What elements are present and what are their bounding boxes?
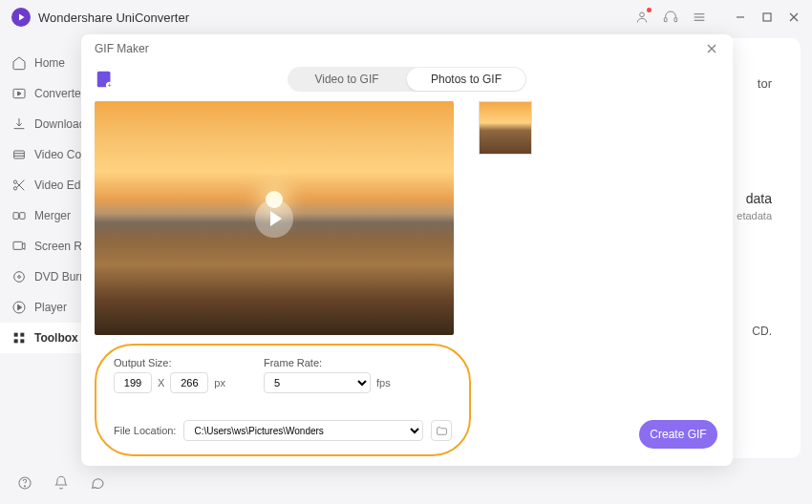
px-unit: px: [214, 377, 225, 388]
svg-text:+: +: [107, 81, 111, 90]
close-icon[interactable]: [704, 41, 719, 56]
minimize-button[interactable]: [734, 10, 747, 24]
converter-icon: [11, 86, 27, 101]
svg-rect-15: [20, 213, 25, 220]
content-hint: etadata: [737, 210, 772, 221]
svg-point-12: [13, 180, 16, 183]
svg-rect-1: [664, 18, 667, 22]
merger-icon: [11, 208, 27, 223]
create-gif-button[interactable]: Create GIF: [639, 420, 717, 449]
sidebar-label: Toolbox: [34, 331, 78, 345]
user-icon[interactable]: [634, 10, 650, 25]
titlebar: Wondershare UniConverter: [0, 0, 812, 34]
svg-point-17: [14, 272, 25, 283]
app-title: Wondershare UniConverter: [38, 10, 189, 25]
svg-rect-22: [14, 339, 18, 343]
sidebar-label: Video Editor: [34, 178, 81, 192]
headset-icon[interactable]: [663, 10, 678, 25]
tab-video-to-gif[interactable]: Video to GIF: [288, 67, 406, 92]
toolbox-icon: [11, 330, 27, 346]
options-panel: Output Size: X px Frame Rate: 5 fps File…: [95, 344, 471, 456]
sidebar-item-downloader[interactable]: Downloader: [0, 109, 81, 139]
svg-rect-21: [20, 333, 24, 337]
maximize-button[interactable]: [760, 10, 774, 24]
svg-rect-7: [763, 13, 771, 21]
play-button[interactable]: [255, 200, 293, 238]
sidebar-item-toolbox[interactable]: Toolbox: [0, 323, 81, 353]
svg-rect-23: [20, 339, 24, 343]
scissors-icon: [11, 178, 27, 193]
sidebar-label: Home: [34, 56, 65, 70]
width-input[interactable]: [114, 372, 152, 393]
sidebar-label: DVD Burner: [34, 270, 81, 284]
svg-rect-2: [674, 18, 677, 22]
import-icon[interactable]: +: [95, 69, 116, 90]
preview-thumbnail[interactable]: [479, 101, 532, 155]
sidebar-item-video-editor[interactable]: Video Editor: [0, 170, 81, 200]
help-icon[interactable]: [17, 475, 32, 491]
home-icon: [11, 55, 27, 71]
sidebar-label: Downloader: [34, 117, 81, 131]
content-hint: CD.: [752, 325, 772, 338]
frame-rate-select[interactable]: 5: [264, 372, 371, 393]
svg-rect-14: [13, 213, 18, 220]
sidebar-label: Converter: [34, 87, 81, 100]
tab-photos-to-gif[interactable]: Photos to GIF: [407, 68, 525, 91]
file-location-label: File Location:: [114, 425, 176, 436]
fps-unit: fps: [376, 377, 391, 388]
menu-icon[interactable]: [692, 10, 707, 25]
svg-point-13: [13, 187, 16, 190]
sidebar-item-merger[interactable]: Merger: [0, 200, 81, 231]
file-location-select[interactable]: C:\Users\ws\Pictures\Wonders: [183, 420, 423, 441]
svg-rect-16: [13, 242, 22, 249]
close-button[interactable]: [787, 10, 801, 24]
content-hint: data: [746, 191, 772, 206]
app-logo: [11, 8, 31, 27]
sidebar-label: Video Compressor: [34, 148, 81, 161]
height-input[interactable]: [170, 372, 208, 393]
sidebar-item-home[interactable]: Home: [0, 48, 81, 78]
svg-rect-20: [14, 333, 18, 337]
download-icon: [11, 116, 27, 132]
output-size-label: Output Size:: [114, 357, 225, 368]
sidebar-label: Merger: [34, 209, 71, 222]
disc-icon: [11, 269, 27, 284]
svg-point-25: [24, 486, 25, 487]
bell-icon[interactable]: [53, 475, 69, 491]
content-hint: tor: [758, 76, 772, 91]
svg-point-18: [18, 276, 21, 279]
svg-rect-11: [14, 151, 25, 158]
folder-icon[interactable]: [431, 420, 452, 441]
modal-title: GIF Maker: [95, 42, 149, 55]
main-preview: [95, 101, 454, 335]
frame-rate-label: Frame Rate:: [264, 357, 391, 368]
sidebar-label: Player: [34, 301, 67, 314]
recorder-icon: [11, 239, 27, 254]
sidebar: Home Converter Downloader Video Compress…: [0, 34, 81, 462]
svg-point-0: [640, 12, 645, 17]
gif-maker-modal: GIF Maker + Video to GIF Photos to GIF: [81, 34, 733, 466]
titlebar-icons: [634, 10, 801, 25]
compressor-icon: [11, 147, 27, 162]
player-icon: [11, 300, 27, 315]
tab-toggle: Video to GIF Photos to GIF: [288, 67, 526, 92]
sidebar-item-video-compressor[interactable]: Video Compressor: [0, 139, 81, 170]
sidebar-item-screen-recorder[interactable]: Screen Recorder: [0, 231, 81, 262]
sidebar-label: Screen Recorder: [34, 240, 81, 253]
bottom-bar: [0, 462, 812, 504]
x-separator: X: [158, 377, 164, 388]
chat-icon[interactable]: [90, 475, 105, 491]
sidebar-item-converter[interactable]: Converter: [0, 78, 81, 109]
sidebar-item-dvd-burner[interactable]: DVD Burner: [0, 262, 81, 292]
sidebar-item-player[interactable]: Player: [0, 292, 81, 323]
